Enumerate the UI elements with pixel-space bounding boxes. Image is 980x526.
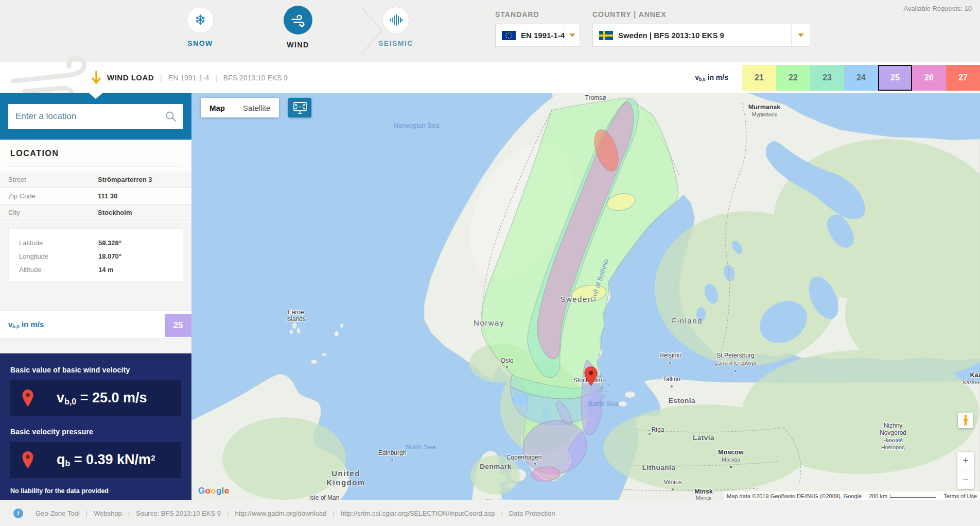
wind-load-toolbar: WIND LOAD | EN 1991-1-4 | BFS 2013:10 EK…	[0, 62, 980, 93]
svg-text:Moscow: Moscow	[718, 449, 744, 456]
svg-text:Edinburgh: Edinburgh	[378, 449, 407, 456]
svg-text:Казань: Казань	[963, 379, 980, 385]
row-label: Longitude	[19, 252, 98, 260]
screen-capture-icon	[293, 101, 307, 114]
separator: |	[332, 510, 334, 517]
svg-text:Санкт-Петербург: Санкт-Петербург	[714, 360, 757, 366]
seismic-icon	[389, 13, 403, 27]
pressure-heading: Basic velocity pressure	[10, 428, 181, 436]
disclaimer: No liability for the data provided	[10, 487, 181, 495]
svg-text:United: United	[331, 469, 360, 478]
sweden-flag-icon	[599, 31, 613, 40]
row-value: 111 30	[98, 192, 117, 200]
footer-link[interactable]: Data Protection	[509, 510, 555, 517]
pin-zone	[10, 451, 45, 469]
search-input[interactable]	[8, 111, 165, 122]
svg-text:Oslo: Oslo	[501, 357, 514, 364]
wind-circle[interactable]	[284, 6, 312, 35]
row-value: Stockholm	[98, 209, 132, 216]
footer-link[interactable]: http://srtm.csi.cgiar.org/SELECTION/inpu…	[341, 510, 495, 517]
legend-cell[interactable]: 24	[844, 65, 878, 91]
mode-snow[interactable]: ❄ SNOW	[170, 7, 231, 49]
eu-flag-icon	[502, 31, 516, 40]
snow-circle[interactable]: ❄	[187, 7, 213, 33]
footer-link[interactable]: http://www.gadm.org/download	[235, 510, 326, 517]
results-panel: Basic value of basic wind velocity vb,0 …	[0, 353, 191, 500]
footer-links: Geo-Zone Tool|Webshop|Source: BFS 2013:1…	[36, 510, 555, 517]
footer-link[interactable]: Webshop	[94, 510, 122, 517]
country-label: COUNTRY | ANNEX	[592, 10, 810, 19]
legend-cells: 21222324252627	[742, 65, 980, 91]
wind-icon	[290, 12, 306, 28]
coordinate-rows: Latitude59.328°Longitude18.070°Altitude1…	[19, 236, 183, 276]
pressure-formula: qb = 0.39 kN/m2	[57, 452, 155, 468]
wind-speed-legend: vb,0 in m/s 21222324252627	[695, 62, 980, 93]
separator: |	[501, 510, 502, 517]
breadcrumb-annex: BFS 2013:10 EKS 9	[223, 74, 288, 82]
footer-link[interactable]: Source: BFS 2013:10 EKS 9	[136, 510, 221, 517]
coordinate-row: Latitude59.328°	[19, 236, 183, 249]
standard-dropdown[interactable]: EN 1991-1-4	[495, 24, 580, 47]
svg-text:North Sea: North Sea	[406, 443, 436, 451]
map-canvas[interactable]: Tromsø Murmansk Мурманск Norwegian Sea F…	[191, 93, 980, 500]
svg-text:Helsinki: Helsinki	[659, 352, 681, 359]
svg-text:Minsk: Minsk	[694, 488, 712, 495]
svg-text:Нижний: Нижний	[883, 437, 903, 443]
satellite-view-button[interactable]: Satellite	[234, 98, 279, 117]
legend-cell[interactable]: 25	[878, 65, 912, 91]
legend-cell[interactable]: 22	[776, 65, 810, 91]
zoom-out-button[interactable]: −	[957, 470, 974, 489]
top-header: Available Requests: 10 ❄ SNOW WIND	[0, 0, 980, 62]
divider	[45, 385, 45, 412]
country-value: Sweden | BFS 2013:10 EKS 9	[618, 31, 791, 40]
mode-snow-label: SNOW	[170, 39, 231, 47]
fullscreen-capture-button[interactable]	[288, 98, 311, 117]
row-value: 14 m	[98, 266, 114, 274]
terms-of-use-link[interactable]: Terms of Use	[943, 493, 977, 499]
pegman-icon	[962, 415, 969, 426]
row-value: Strömparterren 3	[98, 176, 152, 183]
svg-text:Москва: Москва	[722, 456, 740, 463]
svg-text:Lithuania: Lithuania	[642, 464, 676, 471]
svg-text:Denmark: Denmark	[480, 463, 511, 470]
map-attribution: Map data ©2019 GeoBasis-DE/BKG (©2009), …	[724, 491, 980, 500]
location-search-area	[0, 93, 191, 140]
svg-text:Мурманск: Мурманск	[752, 111, 777, 117]
row-value: 18.070°	[98, 252, 121, 260]
footer-link[interactable]: Geo-Zone Tool	[36, 510, 80, 517]
legend-cell[interactable]: 26	[912, 65, 946, 91]
svg-text:Kazan: Kazan	[970, 371, 980, 379]
street-view-pegman[interactable]	[958, 413, 973, 428]
separator: |	[160, 74, 162, 82]
snowflake-icon: ❄	[195, 13, 206, 27]
legend-cell[interactable]: 21	[742, 65, 776, 91]
country-dropdown[interactable]: Sweden | BFS 2013:10 EKS 9	[592, 24, 810, 47]
legend-label: vb,0 in m/s	[695, 73, 728, 82]
breadcrumb: WIND LOAD | EN 1991-1-4 | BFS 2013:10 EK…	[92, 62, 288, 93]
location-row: CityStockholm	[0, 205, 191, 221]
vb0-zone-badge: 25	[165, 314, 191, 337]
search-icon[interactable]	[165, 111, 177, 122]
chevron-down-icon	[569, 33, 575, 37]
mode-wind-label: WIND	[268, 41, 328, 49]
standard-caret-zone[interactable]	[565, 24, 580, 46]
svg-text:Новгород: Новгород	[881, 444, 905, 450]
vb0-result-row: vb,0 in m/s 25	[0, 311, 191, 338]
svg-text:Norway: Norway	[474, 318, 504, 327]
row-label: Altitude	[19, 266, 98, 274]
legend-cell[interactable]: 27	[946, 65, 980, 91]
mode-wind[interactable]: WIND	[268, 7, 328, 49]
country-caret-zone[interactable]	[791, 24, 810, 46]
info-icon[interactable]: i	[13, 508, 23, 518]
map-type-control: Map Satellite	[201, 98, 279, 117]
legend-cell[interactable]: 23	[810, 65, 844, 91]
location-title: LOCATION	[10, 149, 59, 158]
svg-text:Vilnius: Vilnius	[663, 479, 681, 486]
scale-bar: 200 km	[869, 493, 936, 499]
zoom-in-button[interactable]: +	[957, 452, 974, 470]
google-logo[interactable]: Google	[198, 486, 229, 496]
map-view-button[interactable]: Map	[201, 98, 234, 117]
map-graphic: Tromsø Murmansk Мурманск Norwegian Sea F…	[191, 93, 980, 500]
seismic-circle[interactable]	[383, 7, 409, 33]
svg-text:Finland: Finland	[672, 316, 703, 325]
